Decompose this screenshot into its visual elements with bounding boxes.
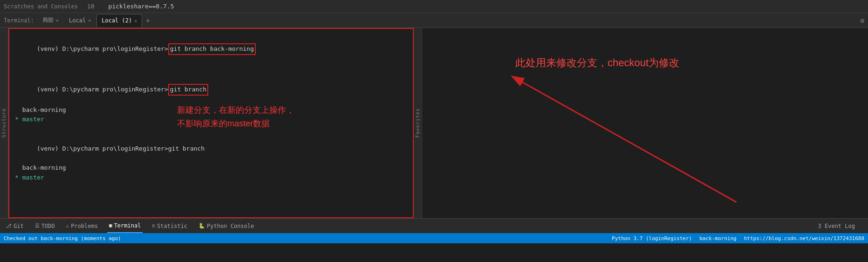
terminal-panel[interactable]: (venv) D:\pycharm pro\loginRegister>git … [8, 28, 414, 218]
favorites-label: Favorites [415, 108, 420, 138]
status-left: Checked out back-morning (moments ago) [4, 235, 121, 241]
toolbar-problems[interactable]: ⚠ Problems [64, 219, 100, 233]
status-right: Python 3.7 (loginRegister) back-morning … [612, 235, 864, 241]
toolbar-statistic-label: Statistic [157, 223, 187, 229]
git-icon: ⎇ [6, 223, 12, 229]
python-icon: 🐍 [198, 223, 205, 229]
structure-sidebar: Structure [0, 28, 8, 218]
toolbar-python-label: Python Console [207, 223, 254, 229]
tab-label-1: 局部 [42, 16, 54, 24]
annotation-area: 此处用来修改分支，checkout为修改 [422, 28, 868, 218]
bottom-toolbar: ⎇ Git ☰ TODO ⚠ Problems ▣ Terminal © Sta… [0, 218, 868, 233]
tab-label-3: Local (2) [102, 17, 132, 24]
annotation-new-branch: 新建分支，在新的分支上操作， 不影响原来的master数据 [177, 103, 294, 131]
top-command: pickleshare==0.7.5 [109, 3, 174, 10]
terminal-icon: ▣ [109, 222, 112, 228]
toolbar-python-console[interactable]: 🐍 Python Console [197, 219, 256, 233]
terminal-line-6: back-morning [15, 163, 407, 173]
terminal-line-5: (venv) D:\pycharm pro\loginRegister>git … [15, 134, 407, 163]
tab-add-button[interactable]: + [143, 17, 152, 24]
tab-close-3[interactable]: ✕ [134, 18, 137, 23]
tab-local-1[interactable]: 局部 ✕ [38, 14, 63, 27]
tab-local-3[interactable]: Local (2) ✕ [96, 14, 142, 27]
tab-close-1[interactable]: ✕ [56, 18, 59, 23]
scratches-label: Scratches and Consoles [4, 3, 78, 10]
svg-line-1 [512, 76, 737, 202]
tab-local-2[interactable]: Local ✕ [64, 14, 96, 27]
structure-label: Structure [1, 108, 7, 138]
toolbar-terminal-label: Terminal [114, 222, 141, 229]
status-url: https://blog.csdn.net/weixin/1372431688 [744, 235, 864, 241]
event-log-label: 3 Event Log [818, 223, 855, 229]
annotation-checkout: 此处用来修改分支，checkout为修改 [515, 56, 679, 70]
terminal-tabs: Terminal: 局部 ✕ Local ✕ Local (2) ✕ + ⚙ [0, 13, 868, 28]
toolbar-git-label: Git [14, 223, 24, 229]
statistic-icon: © [152, 223, 155, 229]
line-number: 10 [87, 3, 95, 10]
settings-icon[interactable]: ⚙ [861, 17, 864, 24]
toolbar-git[interactable]: ⎇ Git [4, 219, 26, 233]
terminal-line-2: (venv) D:\pycharm pro\loginRegister>git … [15, 74, 407, 105]
terminal-line-1: (venv) D:\pycharm pro\loginRegister>git … [15, 34, 407, 64]
status-python: Python 3.7 (loginRegister) [612, 235, 692, 241]
toolbar-todo-label: TODO [41, 223, 55, 229]
terminal-label: Terminal: [4, 17, 34, 24]
top-bar: Scratches and Consoles 10 pickleshare==0… [0, 0, 868, 13]
status-checkout-text: Checked out back-morning (moments ago) [4, 235, 121, 241]
tab-label-2: Local [69, 17, 86, 24]
todo-icon: ☰ [35, 223, 40, 229]
main-content: Structure (venv) D:\pycharm pro\loginReg… [0, 28, 868, 218]
terminal-blank-1 [15, 64, 407, 74]
status-branch: back-morning [699, 235, 736, 241]
tab-close-2[interactable]: ✕ [88, 18, 91, 23]
event-log-button[interactable]: 3 Event Log [816, 219, 857, 233]
status-bar: Checked out back-morning (moments ago) P… [0, 233, 868, 243]
toolbar-terminal[interactable]: ▣ Terminal [107, 219, 143, 233]
toolbar-todo[interactable]: ☰ TODO [33, 219, 57, 233]
problems-icon: ⚠ [66, 223, 69, 229]
toolbar-problems-label: Problems [71, 223, 98, 229]
toolbar-statistic[interactable]: © Statistic [150, 219, 189, 233]
favorites-sidebar: Favorites [414, 28, 422, 218]
terminal-line-7: * master [15, 173, 407, 183]
